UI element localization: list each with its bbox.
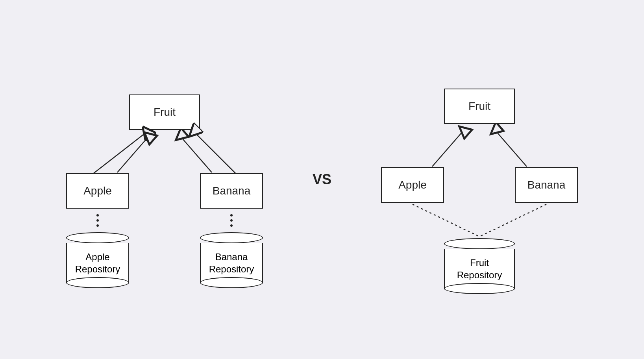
right-fruit-label: Fruit [468, 100, 490, 113]
left-fruit-label: Fruit [154, 106, 176, 118]
dot [96, 224, 99, 227]
right-dots-svg [381, 203, 578, 238]
right-apple-label: Apple [398, 179, 427, 191]
left-apple-dots [66, 214, 129, 227]
svg-line-13 [479, 204, 546, 237]
cyl-body: Apple Repository [66, 243, 129, 283]
right-arrow-area [381, 124, 578, 167]
left-children-row: Apple Banana [66, 173, 263, 209]
dot [230, 214, 233, 217]
cyl-top [66, 232, 129, 243]
left-fruit-box: Fruit [129, 94, 200, 130]
left-diagram: Fruit Ap [31, 71, 298, 288]
svg-line-6 [117, 136, 149, 172]
left-banana-dots [200, 214, 263, 227]
svg-line-11 [495, 130, 527, 167]
cyl-body: Banana Repository [200, 243, 263, 283]
cyl-bottom [200, 277, 263, 288]
left-banana-repo: Banana Repository [200, 232, 263, 288]
left-banana-label: Banana [213, 185, 251, 197]
right-banana-box: Banana [515, 167, 578, 203]
left-banana-box: Banana [200, 173, 263, 209]
left-apple-repo: Apple Repository [66, 232, 129, 288]
left-dots-row [66, 209, 263, 232]
dot [96, 214, 99, 217]
right-children-row: Apple Banana [381, 167, 578, 203]
left-arrows-svg [66, 130, 263, 173]
cyl-body: Fruit Repository [444, 249, 515, 289]
dot [230, 219, 233, 222]
vs-label: VS [298, 171, 346, 188]
left-apple-label: Apple [83, 185, 112, 197]
right-fruit-repo: Fruit Repository [444, 238, 515, 294]
cyl-bottom [66, 277, 129, 288]
right-repo-row: Fruit Repository [381, 238, 578, 294]
cyl-top [444, 238, 515, 249]
left-apple-box: Apple [66, 173, 129, 209]
right-apple-box: Apple [381, 167, 444, 203]
svg-line-10 [432, 130, 464, 167]
main-container: Fruit Ap [0, 0, 644, 359]
left-banana-repo-label: Banana Repository [201, 251, 262, 275]
right-arrows-svg [381, 124, 578, 167]
left-arrow-area [66, 130, 263, 173]
svg-line-12 [413, 204, 479, 237]
svg-line-7 [180, 136, 212, 172]
cyl-bottom [444, 283, 515, 294]
right-fruit-box: Fruit [444, 89, 515, 124]
right-dots-area [381, 203, 578, 238]
left-repos-row: Apple Repository Banana Repository [66, 232, 263, 288]
right-banana-label: Banana [527, 179, 566, 191]
right-fruit-repo-label: Fruit Repository [445, 257, 514, 281]
left-apple-repo-label: Apple Repository [67, 251, 128, 275]
cyl-top [200, 232, 263, 243]
dot [96, 219, 99, 222]
right-diagram: Fruit Apple [346, 65, 613, 294]
dot [230, 224, 233, 227]
